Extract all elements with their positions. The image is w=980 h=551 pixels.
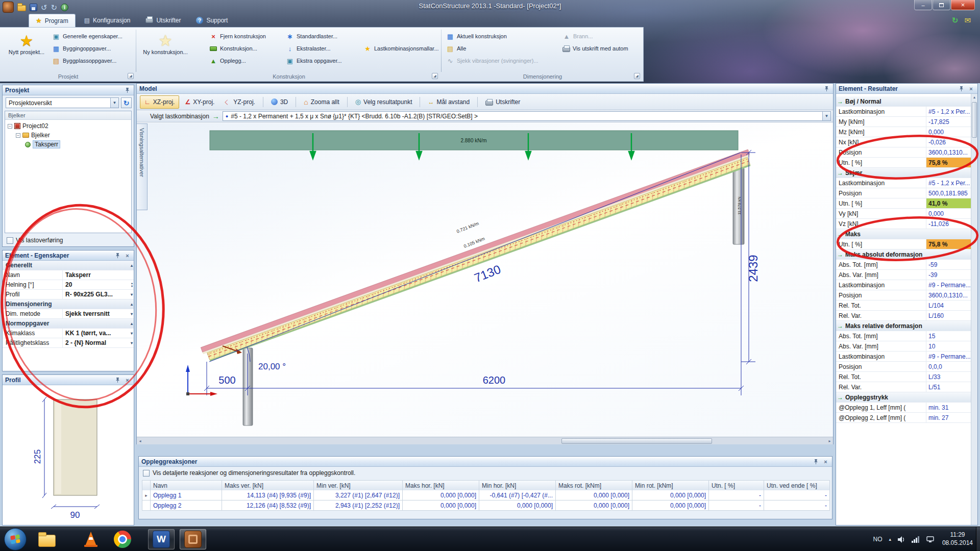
volume-icon[interactable] [898,536,905,543]
view-yz-button[interactable]: ∟YZ-proj. [220,95,259,109]
chevron-down-icon[interactable]: ▾ [131,341,133,345]
result-row[interactable]: Posisjon500,0,181.985 [836,188,971,198]
info-icon[interactable]: i [61,4,68,11]
result-section[interactable]: →Bøj / Normal [836,96,971,107]
new-project-button[interactable]: ★ Nytt prosjekt... [3,30,50,72]
refresh-button[interactable]: ↻ [121,97,132,108]
property-row[interactable]: ProfilR- 90x225 GL3...▾ [3,290,134,299]
taskbar-chrome[interactable] [109,529,136,549]
result-row[interactable]: My [kNm]-17,825 [836,117,971,127]
pin-icon[interactable] [114,376,121,384]
result-row[interactable]: Abs. Var. [mm]-39 [836,270,971,280]
show-load-transfer-checkbox[interactable]: Vis lastoverføring [7,237,63,244]
dialog-launcher-icon[interactable]: ◢ [634,73,640,79]
table-row[interactable]: ▸ Opplegg 1 14,113 (#4) [9,935 (#9)]3,22… [142,490,830,500]
property-section[interactable]: Generellt▴ [3,261,134,270]
pin-icon[interactable] [114,252,121,259]
result-row[interactable]: Rel. Var.L/51 [836,382,971,392]
start-button[interactable] [4,528,27,550]
horizontal-scrollbar[interactable]: ◂ ▸ [137,437,833,444]
result-section[interactable]: →Skjær [836,168,971,178]
property-row[interactable]: Dim. metodeSjekk tverrsnitt▾ [3,309,134,319]
result-row[interactable]: @Opplegg 2, Leff [mm] (min. 27 [836,413,971,423]
standard-loads-button[interactable]: ∗ Standardlaster... [286,31,337,42]
load-combination-templates-button[interactable]: ★ Lastkombinasjonsmallar... [363,43,439,54]
taskbar-statcon[interactable] [180,529,206,549]
print-preview-button[interactable]: Vis utskrift med autom [562,43,628,54]
check-vibrations-button[interactable]: ∿ Sjekk vibrasjoner (svingninger)... [446,55,538,66]
tree-item-bjelker[interactable]: − Bjelker [5,131,131,140]
property-row[interactable]: Helning [°]20▴▾ [3,280,134,290]
result-row[interactable]: Rel. Var.L/160 [836,311,971,321]
detailed-reactions-checkbox[interactable]: Vis detaljerte reaksjoner og dimensjoner… [143,469,355,477]
dialog-launcher-icon[interactable]: ◢ [432,73,438,79]
undo-icon[interactable]: ↺ [41,4,47,11]
result-row[interactable]: Abs. Var. [mm]10 [836,341,971,352]
printouts-button[interactable]: Utskrifter [481,95,525,109]
redo-icon[interactable]: ↻ [51,4,58,11]
vertical-scrollbar[interactable]: ▴ [971,94,977,525]
result-row[interactable]: Lastkombinasjon#5 - 1,2 x Per... [836,178,971,188]
scrollbar-thumb[interactable] [561,438,712,444]
property-section[interactable]: Dimensjonering▴ [3,299,134,309]
chevron-down-icon[interactable]: ▾ [131,292,133,297]
tab-program[interactable]: ★ Program [29,14,76,27]
pin-icon[interactable] [124,86,131,94]
site-tasks-button[interactable]: ▤ Byggplassoppgaver... [52,55,116,66]
result-row[interactable]: Abs. Tot. [mm]-59 [836,260,971,270]
result-row[interactable]: @Opplegg 1, Leff [mm] (min. 31 [836,403,971,413]
show-desktop-button[interactable] [976,527,980,551]
zoom-all-button[interactable]: ⌂Zooma allt [299,95,344,109]
design-all-button[interactable]: ▤ Alle [446,43,466,54]
pin-icon[interactable] [823,85,830,92]
select-result-point-button[interactable]: ◎Velg resultatpunkt [351,95,417,109]
remove-construction-button[interactable]: × Fjern konstruksjon [209,31,266,42]
view-options-tab[interactable]: Visningsalternativer [137,123,148,210]
result-row[interactable]: Nx [kN]-0,026 [836,137,971,147]
result-row[interactable]: Mz [kNm]0,000 [836,127,971,137]
fire-design-button[interactable]: ▲ Brann... [562,31,593,42]
result-row[interactable]: Lastkombinasjon#5 - 1,2 x Per... [836,107,971,117]
view-xy-button[interactable]: ∠XY-proj. [180,95,219,109]
new-construction-button[interactable]: ★ Ny konstruksjon... [141,30,190,72]
view-3d-button[interactable]: 3D [266,95,292,109]
collapse-icon[interactable]: − [8,124,12,129]
sync-icon[interactable]: ↻ [952,16,959,25]
property-section[interactable]: Normoppgaver▴ [3,319,134,329]
building-tasks-button[interactable]: ▦ Byggingoppgaver... [52,43,111,54]
chevron-down-icon[interactable]: ▾ [131,312,133,316]
result-row[interactable]: Vz [kN]-11,026 [836,219,971,229]
result-row[interactable]: Rel. Tot.L/33 [836,372,971,382]
extra-tasks-button[interactable]: ▣ Ekstra oppgaver... [286,55,342,66]
measure-distance-button[interactable]: ↔Mål avstand [423,95,474,109]
taskbar-vlc[interactable] [78,529,104,549]
result-section[interactable]: →Maks absolut deformasjon [836,249,971,260]
close-button[interactable]: × [951,0,975,10]
taskbar-explorer[interactable] [34,529,60,549]
collapse-icon[interactable]: − [16,133,20,138]
tree-item-project[interactable]: − Project02 [5,121,131,131]
result-row[interactable]: Lastkombinasjon#9 - Permane... [836,352,971,362]
tab-support[interactable]: ? Support [189,14,234,27]
result-row-utilization[interactable]: Utn. [ %]41,0 % [836,198,971,209]
load-combination-dropdown[interactable]: ● #5 - 1,2 x Permanent + 1,5 x μ x Snø {… [223,111,831,121]
scroll-up-icon[interactable]: ▴ [971,94,977,99]
scrollbar-thumb[interactable] [972,102,977,138]
clock[interactable]: 11:29 08.05.2014 [942,531,973,547]
result-row[interactable]: Abs. Tot. [mm]15 [836,331,971,341]
property-row[interactable]: Pålitlighetsklass2 - {N} Normal▾ [3,338,134,348]
property-row[interactable]: KlimaklassKK 1 (tørrt, va...▾ [3,329,134,338]
general-properties-button[interactable]: ▣ Generelle egenskaper... [52,31,122,42]
minimize-button[interactable]: – [914,0,932,10]
property-row[interactable]: NavnTaksperr [3,270,134,280]
language-indicator[interactable]: NO [873,536,882,543]
table-row[interactable]: Opplegg 2 12,126 (#4) [8,532 (#9)]2,943 … [142,500,830,511]
scroll-left-icon[interactable]: ◂ [137,438,143,444]
open-icon[interactable] [17,5,26,11]
construction-button[interactable]: Konstruksjon... [209,43,257,54]
result-section[interactable]: →Oppleggstrykk [836,392,971,403]
tab-utskrifter[interactable]: Utskrifter [139,14,187,27]
save-icon[interactable] [30,4,37,11]
maximize-button[interactable] [933,0,950,10]
chevron-down-icon[interactable]: ▾ [131,331,133,336]
